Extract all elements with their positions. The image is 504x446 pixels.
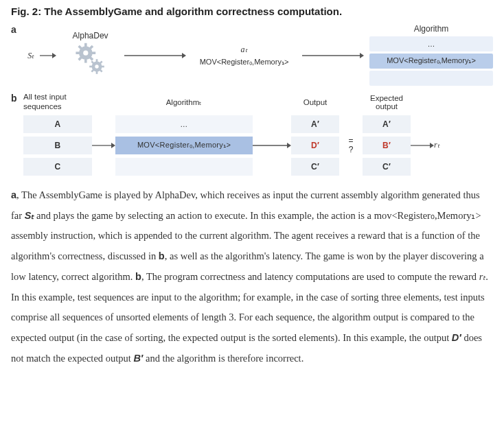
arrow-icon: [124, 52, 186, 59]
figure-diagram: a Sₜ AlphaDev: [11, 24, 493, 176]
caption-panel-ref-b: b: [135, 271, 141, 282]
panel-b-label: b: [11, 93, 23, 104]
action-column: aₜ MOV<Register₀,Memory₁>: [192, 45, 297, 67]
svg-rect-4: [84, 43, 87, 46]
caption-panel-ref-a: a: [11, 189, 16, 200]
output-box: C′: [291, 158, 339, 176]
algorithm-heading: Algorithm: [369, 24, 493, 34]
arrow-icon: [302, 52, 364, 59]
arrow-icon: [40, 52, 56, 59]
equals-sign: =: [339, 137, 363, 145]
output-box-mismatch: D′: [291, 137, 339, 154]
input-box: A: [23, 115, 92, 133]
arrow-icon: [411, 142, 434, 149]
col-heading-expected: Expected output: [363, 94, 411, 110]
svg-rect-15: [95, 71, 98, 73]
algo-row-highlight: MOV<Register₀,Memory₁>: [115, 137, 253, 154]
alphadev-column: AlphaDev: [62, 31, 119, 81]
figure-caption: a, The AssemblyGame is played by AlphaDe…: [11, 185, 493, 368]
input-box: C: [23, 158, 92, 176]
algo-slot-highlight: MOV<Register₀,Memory₁>: [369, 54, 493, 69]
gears-icon: [72, 42, 109, 79]
svg-rect-17: [101, 65, 104, 67]
equals-question: = ?: [339, 137, 363, 154]
output-box: A′: [291, 115, 339, 133]
caption-text: and the algorithm is therefore incorrect…: [143, 353, 303, 364]
svg-marker-1: [52, 53, 56, 58]
col-heading-algorithm: Algorithmₜ: [115, 97, 253, 107]
caption-st: Sₜ: [25, 210, 34, 221]
svg-point-3: [83, 50, 88, 55]
algo-row: …: [115, 115, 253, 133]
svg-rect-16: [89, 65, 92, 67]
action-a-t: aₜ: [192, 45, 297, 55]
figure-title: Fig. 2: The AssemblyGame and algorithm c…: [11, 5, 493, 17]
reward-r-t: rₜ: [434, 140, 448, 150]
panel-b: b All test input sequences Algorithmₜ Ou…: [11, 93, 493, 176]
caption-text: , The program correctness and latency co…: [141, 271, 479, 282]
panel-a-label: a: [11, 24, 22, 35]
svg-rect-5: [84, 59, 87, 62]
svg-marker-23: [182, 53, 186, 58]
arrow-icon: [92, 142, 115, 149]
question-mark: ?: [339, 145, 363, 154]
caption-dprime: D′: [452, 332, 461, 343]
svg-point-13: [95, 64, 98, 68]
algo-row: [115, 158, 253, 176]
input-box: B: [23, 137, 92, 154]
svg-rect-6: [76, 51, 79, 54]
svg-marker-25: [360, 53, 364, 58]
state-s-t: Sₜ: [27, 51, 34, 61]
panel-a: a Sₜ AlphaDev: [11, 24, 493, 87]
caption-bprime: B′: [133, 353, 143, 364]
col-heading-inputs: All test input sequences: [23, 93, 92, 112]
algo-slot: [369, 71, 493, 86]
algorithm-column: Algorithm … MOV<Register₀,Memory₁>: [369, 24, 493, 88]
svg-rect-14: [95, 59, 98, 62]
action-mov-text: MOV<Register₀,Memory₁>: [192, 58, 297, 67]
arrow-icon: [253, 142, 291, 149]
col-heading-output: Output: [291, 98, 339, 106]
expected-box-mismatch: B′: [363, 137, 411, 154]
expected-box: C′: [363, 158, 411, 176]
algo-slot: …: [369, 36, 493, 51]
svg-rect-7: [91, 51, 95, 54]
caption-rt: rₜ: [479, 271, 486, 282]
alphadev-heading: AlphaDev: [62, 31, 119, 40]
caption-panel-ref-b: b: [159, 250, 165, 261]
expected-box: A′: [363, 115, 411, 133]
